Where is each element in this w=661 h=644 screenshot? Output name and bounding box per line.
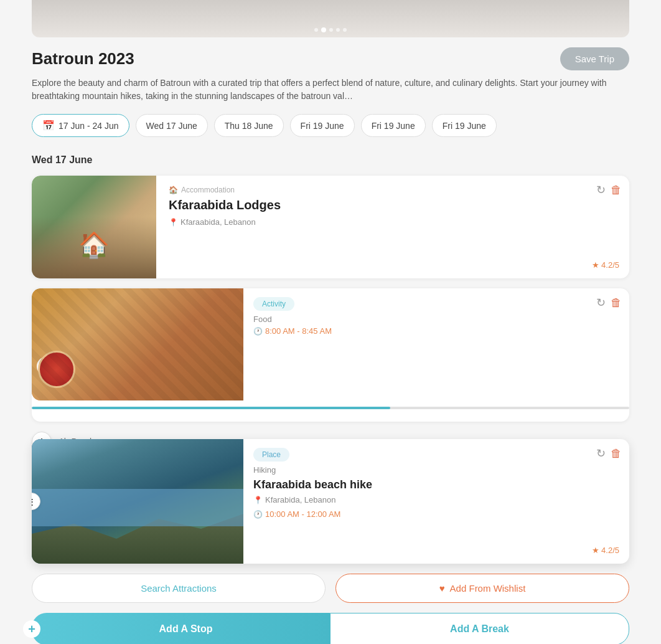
food-refresh-button[interactable]: ↻ <box>596 296 606 310</box>
hike-rating: ★ 4.2/5 <box>592 546 619 555</box>
accommodation-card-actions: ↻ 🗑 <box>596 183 622 197</box>
food-activity-card: ⋮⋮ Activity Food 🕐 8:00 AM - 8:45 AM <box>32 288 629 422</box>
calendar-icon: 📅 <box>42 120 55 131</box>
food-card-actions: ↻ 🗑 <box>596 296 622 310</box>
date-tab-range-label: 17 Jun - 24 Jun <box>59 121 119 131</box>
hike-star-icon: ★ <box>592 546 599 555</box>
clock-icon: 🕐 <box>253 327 263 336</box>
hike-image <box>32 439 243 564</box>
food-card-inner: ⋮⋮ Activity Food 🕐 8:00 AM - 8:45 AM <box>32 288 629 400</box>
date-tab-wed17-label: Wed 17 June <box>146 121 197 131</box>
date-tabs: 📅 17 Jun - 24 Jun Wed 17 June Thu 18 Jun… <box>32 114 629 140</box>
plus-circle-icon: + <box>23 620 40 638</box>
hero-dot-3 <box>329 28 333 32</box>
hero-dot-5 <box>343 28 347 32</box>
food-drag-handle[interactable]: ⋮⋮ <box>37 357 55 376</box>
accommodation-name: Kfaraabida Lodges <box>169 198 619 212</box>
food-time: 🕐 8:00 AM - 8:45 AM <box>253 326 604 336</box>
trip-title: Batroun 2023 <box>32 49 134 69</box>
accommodation-delete-button[interactable]: 🗑 <box>611 183 622 197</box>
accommodation-body: 🏠 Accommodation Kfaraabida Lodges 📍 Kfar… <box>156 176 629 278</box>
save-trip-button[interactable]: Save Trip <box>560 47 629 70</box>
food-progress <box>32 407 629 422</box>
hike-card-actions: ↻ 🗑 <box>596 447 622 460</box>
activities-section: ⋮⋮ Activity Food 🕐 8:00 AM - 8:45 AM <box>32 288 629 564</box>
add-wishlist-button[interactable]: ♥ Add From Wishlist <box>335 574 629 603</box>
date-tab-fri19-1[interactable]: Fri 19 June <box>290 114 355 137</box>
hike-delete-button[interactable]: 🗑 <box>611 447 622 460</box>
location-pin-icon: 📍 <box>169 218 178 227</box>
accommodation-type: 🏠 Accommodation <box>169 186 619 194</box>
accommodation-refresh-button[interactable]: ↻ <box>596 183 606 197</box>
add-break-button[interactable]: Add A Break <box>330 613 629 644</box>
date-tab-range[interactable]: 📅 17 Jun - 24 Jun <box>32 114 129 137</box>
hike-clock-icon: 🕐 <box>253 510 263 519</box>
date-tab-fri19-2[interactable]: Fri 19 June <box>361 114 426 137</box>
add-bar: + Add A Stop Add A Break <box>32 613 629 644</box>
section-date: Wed 17 June <box>32 154 629 166</box>
progress-bar-fill <box>32 407 390 409</box>
date-tab-thu18[interactable]: Thu 18 June <box>214 114 284 137</box>
add-stop-button[interactable]: + Add A Stop <box>32 613 330 644</box>
heart-icon: ♥ <box>439 583 445 594</box>
hero-image <box>32 0 629 37</box>
food-bowl <box>38 351 75 388</box>
hike-time: 🕐 10:00 AM - 12:00 AM <box>253 509 604 519</box>
place-badge: Place <box>253 448 289 462</box>
star-icon: ★ <box>592 260 599 270</box>
date-tab-wed17[interactable]: Wed 17 June <box>136 114 208 137</box>
hike-body: Place Hiking Kfaraabida beach hike 📍 Kfa… <box>243 439 629 564</box>
main-content: Batroun 2023 Save Trip Explore the beaut… <box>32 37 629 644</box>
accommodation-card: 🏠 Accommodation Kfaraabida Lodges 📍 Kfar… <box>32 176 629 278</box>
hero-dots <box>314 27 347 32</box>
date-tab-fri19-3-label: Fri 19 June <box>443 121 486 131</box>
accommodation-location: 📍 Kfaraabida, Lebanon <box>169 217 619 227</box>
date-tab-fri19-1-label: Fri 19 June <box>301 121 344 131</box>
accommodation-rating: ★ 4.2/5 <box>592 260 619 270</box>
hike-location-pin-icon: 📍 <box>253 496 263 504</box>
food-activity-body: Activity Food 🕐 8:00 AM - 8:45 AM <box>243 288 629 400</box>
home-icon: 🏠 <box>169 186 178 194</box>
progress-bar <box>32 407 629 409</box>
trip-header: Batroun 2023 Save Trip <box>32 47 629 70</box>
food-delete-button[interactable]: 🗑 <box>611 296 622 310</box>
hike-card: Place Hiking Kfaraabida beach hike 📍 Kfa… <box>32 439 629 564</box>
date-tab-fri19-3[interactable]: Fri 19 June <box>432 114 497 137</box>
hike-location: 📍 Kfarabida, Lebanon <box>253 495 604 504</box>
hero-dot-4 <box>336 28 340 32</box>
attraction-actions: Search Attractions ♥ Add From Wishlist <box>32 574 629 603</box>
search-attractions-button[interactable]: Search Attractions <box>32 574 326 603</box>
hike-refresh-button[interactable]: ↻ <box>596 447 606 460</box>
hike-type: Hiking <box>253 465 604 475</box>
date-tab-fri19-2-label: Fri 19 June <box>372 121 415 131</box>
hero-dot-1 <box>314 28 318 32</box>
trip-description: Explore the beauty and charm of Batroun … <box>32 77 629 103</box>
hero-dot-2 <box>321 27 326 32</box>
activity-badge: Activity <box>253 297 294 311</box>
food-type: Food <box>253 315 604 324</box>
accommodation-image <box>32 176 156 278</box>
food-image: ⋮⋮ <box>32 288 243 400</box>
hike-name: Kfaraabida beach hike <box>253 478 604 491</box>
date-tab-thu18-label: Thu 18 June <box>225 121 273 131</box>
